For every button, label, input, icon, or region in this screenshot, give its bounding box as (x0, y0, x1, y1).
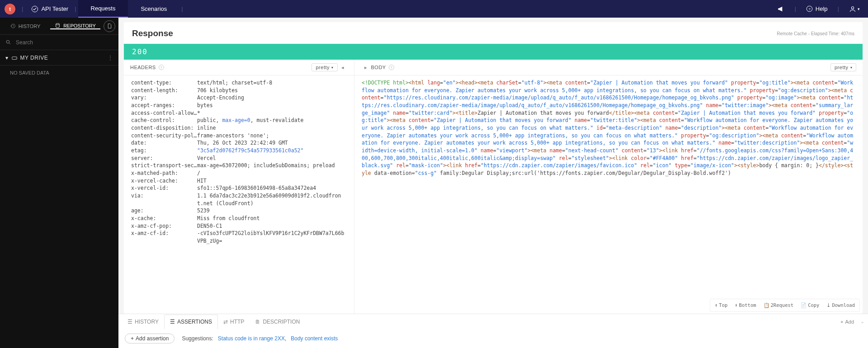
file-icon (107, 23, 113, 29)
header-name: age: (131, 207, 197, 215)
api-tester-button[interactable]: API Tester (27, 5, 73, 13)
suggestion-status[interactable]: Status code is in range 2XX (218, 335, 285, 342)
suggestions: Suggestions: Status code is in range 2XX… (182, 335, 338, 342)
history-icon (10, 23, 16, 29)
header-value: Accept-Encoding (197, 94, 347, 102)
header-row: cache-control:public, max-age=0, must-re… (131, 117, 347, 124)
header-row: x-matched-path:/ (131, 169, 347, 177)
help-icon[interactable]: ? (389, 65, 394, 70)
repository-icon (55, 23, 61, 28)
header-value: 1.1 6da7dac3c22e3b912e56a60909d019f2.clo… (197, 192, 347, 207)
header-name: content-security-polic… (131, 132, 197, 140)
sidebar-tab-history[interactable]: HISTORY (0, 23, 50, 29)
tab-assertions[interactable]: ☰ ASSERTIONS (164, 315, 218, 329)
help-icon[interactable]: ? (159, 65, 164, 70)
help-button[interactable]: ? Help (806, 5, 828, 12)
svg-point-5 (56, 24, 60, 25)
copy-button[interactable]: 📄 Copy (798, 301, 822, 310)
header-row: server:Vercel (131, 155, 347, 162)
header-value: Miss from cloudfront (197, 215, 347, 222)
header-row: strict-transport-secur…max-age=63072000;… (131, 162, 347, 169)
new-request-button[interactable] (100, 20, 118, 32)
headers-body[interactable]: content-type:text/html; charset=utf-8con… (124, 75, 354, 314)
header-row: content-disposition:inline (131, 124, 347, 132)
logo-icon[interactable]: t (5, 4, 15, 14)
header-name: access-control-allow-o… (131, 109, 197, 117)
header-row: age:5239 (131, 207, 347, 215)
header-name: vary: (131, 94, 197, 102)
header-value: 5239 (197, 207, 347, 215)
collapse-right-icon[interactable]: ▸ (364, 65, 368, 71)
header-value: DEN50-C1 (197, 222, 347, 230)
header-name: accept-ranges: (131, 102, 197, 109)
search-input[interactable] (15, 39, 113, 46)
tab-description[interactable]: 🗎 DESCRIPTION (250, 314, 305, 329)
header-value: text/html; charset=utf-8 (197, 79, 347, 87)
body-label: BODY (371, 65, 386, 70)
drive-icon (11, 55, 18, 61)
user-menu[interactable]: ▾ (849, 5, 860, 13)
torequest-button[interactable]: 📋 2Request (761, 301, 797, 310)
svg-point-3 (851, 6, 854, 9)
add-button[interactable]: + Add ⌄ (840, 319, 864, 324)
header-row: content-security-polic…frame-ancestors '… (131, 132, 347, 140)
announce-icon[interactable] (777, 5, 784, 13)
sidebar-tab-repository[interactable]: REPOSITORY (50, 23, 100, 29)
header-value: 706 kilobytes (197, 87, 347, 94)
tab-requests[interactable]: Requests (78, 0, 128, 18)
assertions-panel: + Add assertion Suggestions: Status code… (118, 329, 868, 348)
header-name: content-disposition: (131, 124, 197, 132)
header-name: x-vercel-cache: (131, 177, 197, 185)
body-actions: ⬆ Top ⬇ Bottom 📋 2Request 📄 Copy ⤓ Downl… (710, 299, 860, 312)
header-value: frame-ancestors 'none'; (197, 132, 347, 140)
svg-text:?: ? (808, 7, 811, 11)
header-value: sfo1::57qp6-1698360169498-65a8a3472ea4 (197, 184, 347, 192)
add-assertion-button[interactable]: + Add assertion (125, 334, 175, 343)
header-name: etag: (131, 147, 197, 155)
header-row: via:1.1 6da7dac3c22e3b912e56a60909d019f2… (131, 192, 347, 207)
download-button[interactable]: ⤓ Download (824, 301, 858, 310)
header-row: x-amz-cf-pop:DEN50-C1 (131, 222, 347, 230)
header-row: x-vercel-id:sfo1::57qp6-1698360169498-65… (131, 184, 347, 192)
drive-more-icon[interactable]: ⋮ (108, 55, 113, 61)
user-icon (849, 5, 856, 13)
tab-history[interactable]: ☰ HISTORY (122, 314, 164, 329)
header-name: x-matched-path: (131, 169, 197, 177)
collapse-left-icon[interactable]: ◂ (341, 65, 344, 71)
sidebar: HISTORY REPOSITORY ▾ MY DRIVE ⋮ NO SAVED… (0, 18, 118, 348)
header-row: content-length:706 kilobytes (131, 87, 347, 94)
headers-label: HEADERS (130, 65, 156, 70)
header-name: content-type: (131, 79, 197, 87)
tab-http[interactable]: ⇄ HTTP (218, 314, 250, 329)
header-row: x-vercel-cache:HIT (131, 177, 347, 185)
search-row (0, 35, 118, 50)
status-code: 200 (124, 44, 863, 60)
response-title: Response (132, 28, 173, 38)
empty-state: NO SAVED DATA (0, 66, 118, 80)
header-value: bytes (197, 102, 347, 109)
top-button[interactable]: ⬆ Top (712, 301, 730, 310)
header-row: access-control-allow-o…* (131, 109, 347, 117)
header-value: HIT (197, 177, 347, 185)
header-row: etag:"3c5af2d0762f79c54a577933561c0a52" (131, 147, 347, 155)
suggestion-body[interactable]: Body content exists (291, 335, 338, 342)
header-name: date: (131, 139, 197, 147)
header-row: x-amz-cf-id:-cVIso3fcUPT2G2loibYslKFV9P1… (131, 230, 347, 245)
header-value: inline (197, 124, 347, 132)
body-content[interactable]: <!DOCTYPE html><html lang="en"><head><me… (354, 75, 863, 314)
header-name: server: (131, 155, 197, 162)
body-pretty-select[interactable]: pretty▾ (830, 63, 856, 71)
header-name: x-cache: (131, 215, 197, 222)
header-row: content-type:text/html; charset=utf-8 (131, 79, 347, 87)
tab-scenarios[interactable]: Scenarios (128, 0, 179, 18)
svg-point-6 (6, 40, 9, 43)
my-drive-row[interactable]: ▾ MY DRIVE ⋮ (0, 50, 118, 66)
header-value: max-age=63072000; includeSubDomains; pre… (197, 162, 347, 169)
header-value: * (197, 109, 347, 117)
headers-pretty-select[interactable]: pretty▾ (311, 63, 337, 71)
header-value: "3c5af2d0762f79c54a577933561c0a52" (197, 147, 347, 155)
header-row: x-cache:Miss from cloudfront (131, 215, 347, 222)
bottom-button[interactable]: ⬇ Bottom (732, 301, 759, 310)
svg-point-8 (15, 58, 16, 58)
header-value: / (197, 169, 347, 177)
